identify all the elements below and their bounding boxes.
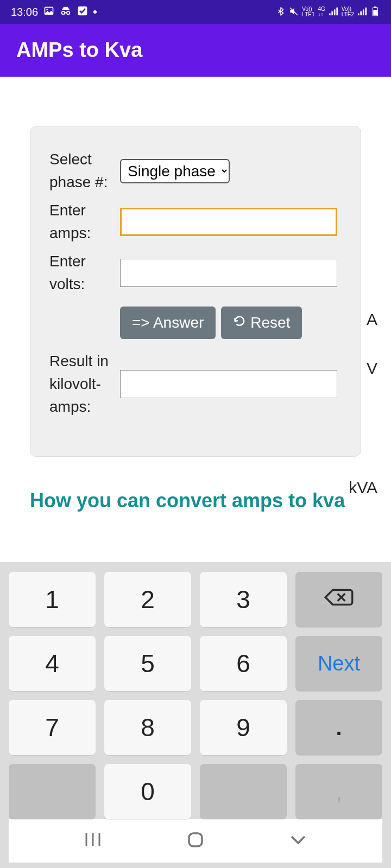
app-bar: AMPs to Kva — [0, 24, 391, 77]
content-area: Select phase #: Single phase Enter amps:… — [0, 77, 391, 512]
reset-button-label: Reset — [250, 314, 290, 331]
svg-rect-9 — [334, 9, 336, 15]
key-3[interactable]: 3 — [200, 572, 287, 627]
key-blank-left[interactable] — [9, 764, 96, 819]
key-6[interactable]: 6 — [200, 636, 287, 691]
key-9[interactable]: 9 — [200, 700, 287, 755]
key-4[interactable]: 4 — [9, 636, 96, 691]
svg-rect-10 — [336, 7, 338, 15]
svg-rect-7 — [329, 13, 331, 15]
amps-label: Enter amps: — [49, 199, 120, 245]
key-comma[interactable]: , — [295, 764, 382, 819]
key-5[interactable]: 5 — [104, 636, 191, 691]
result-row: Result in kilovolt-amps: — [49, 350, 361, 418]
phase-row: Select phase #: Single phase — [49, 148, 361, 194]
svg-rect-8 — [331, 11, 333, 15]
signal2-icon — [357, 7, 367, 18]
svg-rect-13 — [363, 9, 364, 15]
result-label: Result in kilovolt-amps: — [49, 350, 120, 418]
key-next[interactable]: Next — [295, 636, 382, 691]
key-2[interactable]: 2 — [104, 572, 191, 627]
volts-row: Enter volts: — [49, 250, 361, 296]
amps-row: Enter amps: — [49, 199, 361, 245]
nav-recents[interactable] — [82, 829, 104, 853]
svg-rect-14 — [365, 7, 367, 15]
image-icon — [43, 5, 54, 19]
backspace-icon — [324, 585, 354, 614]
incognito-icon — [60, 5, 72, 20]
lte2-label: Vo))LTE2 — [342, 7, 354, 17]
answer-button[interactable]: => Answer — [120, 307, 216, 339]
status-bar: 13:06 Vo))LTE1 4G↓↑ Vo))LTE2 — [0, 0, 391, 24]
battery-icon — [370, 7, 380, 18]
form-card: Select phase #: Single phase Enter amps:… — [30, 126, 361, 457]
answer-button-label: => Answer — [132, 314, 204, 331]
nav-home[interactable] — [185, 829, 206, 853]
numeric-keyboard: 1 2 3 4 5 6 Next 7 8 9 . 0 , — [0, 562, 391, 868]
status-left: 13:06 — [11, 5, 97, 20]
net-label: 4G↓↑ — [318, 7, 325, 17]
svg-rect-12 — [360, 11, 362, 15]
reset-icon — [233, 314, 246, 331]
bluetooth-icon — [276, 7, 286, 18]
key-dot[interactable]: . — [295, 700, 382, 755]
result-output — [120, 370, 337, 398]
key-backspace[interactable] — [295, 572, 382, 627]
signal1-icon — [329, 7, 338, 18]
phase-label: Select phase #: — [49, 148, 120, 194]
amps-input[interactable] — [120, 208, 337, 236]
svg-rect-23 — [189, 833, 202, 846]
volts-label: Enter volts: — [49, 250, 120, 296]
checkbox-icon — [77, 5, 88, 19]
status-right: Vo))LTE1 4G↓↑ Vo))LTE2 — [276, 7, 380, 18]
key-0[interactable]: 0 — [104, 764, 191, 819]
svg-rect-11 — [358, 13, 360, 15]
volts-unit: V — [367, 359, 377, 378]
phase-select[interactable]: Single phase — [120, 159, 230, 183]
reset-button[interactable]: Reset — [221, 307, 302, 339]
status-time: 13:06 — [11, 6, 38, 18]
nav-back[interactable] — [287, 829, 309, 853]
svg-point-2 — [62, 11, 65, 14]
section-heading: How you can convert amps to kva — [30, 489, 361, 512]
key-7[interactable]: 7 — [9, 700, 96, 755]
key-8[interactable]: 8 — [104, 700, 191, 755]
mute-icon — [289, 7, 299, 18]
lte1-label: Vo))LTE1 — [302, 7, 314, 17]
amps-unit: A — [367, 310, 377, 329]
svg-point-3 — [67, 11, 70, 14]
nav-bar — [9, 819, 382, 863]
result-unit: kVA — [349, 478, 377, 497]
svg-point-1 — [46, 9, 48, 10]
dot-icon — [93, 10, 97, 14]
volts-input[interactable] — [120, 259, 337, 287]
button-row: => Answer Reset — [49, 301, 361, 350]
key-blank-mid[interactable] — [200, 764, 287, 819]
app-title: AMPs to Kva — [16, 39, 142, 62]
key-1[interactable]: 1 — [9, 572, 96, 627]
svg-rect-17 — [373, 10, 377, 16]
